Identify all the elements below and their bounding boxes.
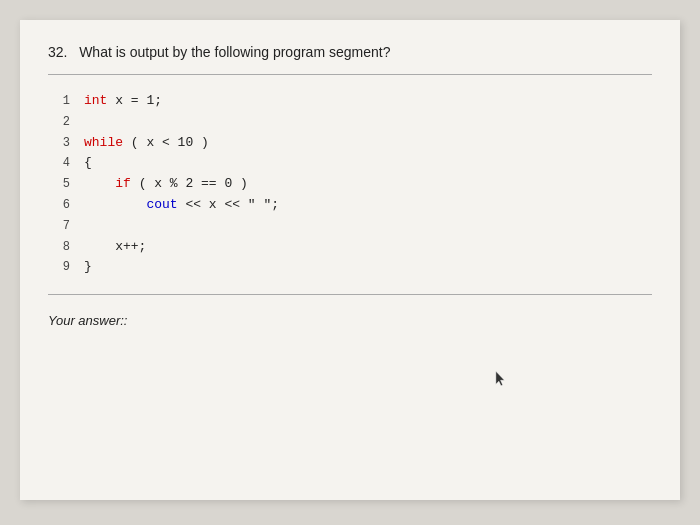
code-content-1: int x = 1; bbox=[84, 91, 162, 112]
line-num-3: 3 bbox=[48, 134, 70, 153]
code-content-5: if ( x % 2 == 0 ) bbox=[84, 174, 248, 195]
code-line-4: 4 { bbox=[48, 153, 652, 174]
line-num-8: 8 bbox=[48, 238, 70, 257]
code-content-2 bbox=[84, 112, 92, 133]
code-content-9: } bbox=[84, 257, 92, 278]
line-num-4: 4 bbox=[48, 154, 70, 173]
code-line-8: 8 x++; bbox=[48, 237, 652, 258]
code-line-5: 5 if ( x % 2 == 0 ) bbox=[48, 174, 652, 195]
line-num-5: 5 bbox=[48, 175, 70, 194]
code-line-6: 6 cout << x << " "; bbox=[48, 195, 652, 216]
line-num-9: 9 bbox=[48, 258, 70, 277]
answer-label: Your answer:: bbox=[48, 313, 652, 328]
question-body: What is output by the following program … bbox=[79, 44, 390, 60]
line-num-6: 6 bbox=[48, 196, 70, 215]
code-line-1: 1 int x = 1; bbox=[48, 91, 652, 112]
code-line-2: 2 bbox=[48, 112, 652, 133]
top-divider bbox=[48, 74, 652, 75]
code-content-4: { bbox=[84, 153, 92, 174]
bottom-divider bbox=[48, 294, 652, 295]
code-line-3: 3 while ( x < 10 ) bbox=[48, 133, 652, 154]
code-line-7: 7 bbox=[48, 216, 652, 237]
code-content-8: x++; bbox=[84, 237, 146, 258]
line-num-1: 1 bbox=[48, 92, 70, 111]
code-content-3: while ( x < 10 ) bbox=[84, 133, 209, 154]
line-num-7: 7 bbox=[48, 217, 70, 236]
code-content-6: cout << x << " "; bbox=[84, 195, 279, 216]
question-text: 32. What is output by the following prog… bbox=[48, 44, 652, 60]
line-num-2: 2 bbox=[48, 113, 70, 132]
question-number: 32. bbox=[48, 44, 67, 60]
code-content-7 bbox=[84, 216, 92, 237]
code-line-9: 9 } bbox=[48, 257, 652, 278]
code-block: 1 int x = 1; 2 3 while ( x < 10 ) 4 { bbox=[48, 85, 652, 284]
